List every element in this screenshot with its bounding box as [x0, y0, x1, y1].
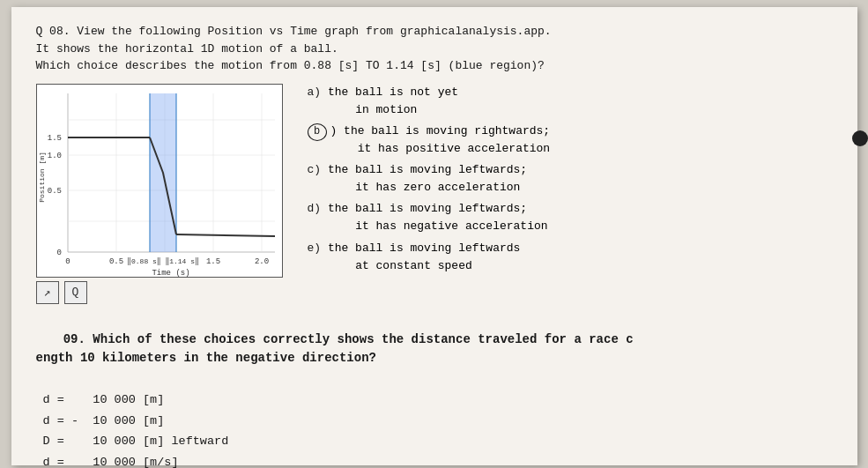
choice-b-label: b	[308, 123, 327, 141]
svg-text:0: 0	[65, 257, 70, 266]
arrow-button[interactable]: ↗	[36, 281, 59, 304]
graph-area: 1.5 1.0 0.5 0 0 0.5 ‖0.88 s‖ ‖1.14 s‖ 1.…	[36, 84, 292, 304]
q09-block: 09. Which of these choices correctly sho…	[36, 313, 833, 469]
choices-area: a) the ball is not yet in motion b ) the…	[308, 84, 833, 279]
q08-block: Q 08. View the following Position vs Tim…	[36, 23, 833, 75]
svg-text:0: 0	[56, 249, 61, 257]
q09-answers: d = 10 000 [m] d = - 10 000 [m] D = 10 0…	[36, 390, 833, 468]
choice-c: c) the ball is moving leftwards; it has …	[308, 161, 833, 197]
page: Q 08. View the following Position vs Tim…	[11, 7, 857, 465]
svg-text:Position [m]: Position [m]	[38, 152, 46, 203]
choice-c-text: the ball is moving leftwards; it has zer…	[328, 161, 527, 197]
svg-text:1.5: 1.5	[47, 134, 61, 143]
choice-e-text: the ball is moving leftwards at constant…	[328, 240, 520, 275]
svg-text:‖0.88 s‖ ‖1.14 s‖: ‖0.88 s‖ ‖1.14 s‖	[127, 257, 199, 265]
choice-b: b ) the ball is moving rightwards; it ha…	[308, 123, 833, 158]
graph-container: 1.5 1.0 0.5 0 0 0.5 ‖0.88 s‖ ‖1.14 s‖ 1.…	[36, 84, 283, 278]
svg-text:0.5: 0.5	[47, 187, 61, 196]
svg-text:Time (s): Time (s)	[152, 269, 189, 278]
choice-e-label: e)	[308, 240, 328, 258]
choice-c-label: c)	[308, 161, 328, 180]
svg-text:0.5: 0.5	[108, 257, 122, 266]
graph-svg: 1.5 1.0 0.5 0 0 0.5 ‖0.88 s‖ ‖1.14 s‖ 1.…	[37, 85, 284, 279]
graph-controls: ↗ Q	[36, 281, 292, 304]
choice-d-text: the ball is moving leftwards; it has neg…	[328, 200, 548, 235]
choice-a-label: a)	[308, 84, 328, 102]
choice-d: d) the ball is moving leftwards; it has …	[308, 200, 833, 235]
choice-a-text: the ball is not yet in motion	[328, 84, 458, 119]
zoom-button[interactable]: Q	[64, 281, 87, 304]
svg-text:2.0: 2.0	[254, 257, 268, 266]
content-row: 1.5 1.0 0.5 0 0 0.5 ‖0.88 s‖ ‖1.14 s‖ 1.…	[36, 84, 833, 304]
choice-a: a) the ball is not yet in motion	[308, 84, 833, 119]
dark-circle-decoration	[852, 130, 868, 146]
svg-text:1.5: 1.5	[205, 257, 219, 266]
q08-text: Q 08. View the following Position vs Tim…	[36, 23, 833, 75]
choice-b-text: ) the ball is moving rightwards; it has …	[330, 123, 551, 158]
svg-text:1.0: 1.0	[47, 152, 61, 160]
q09-title: 09. Which of these choices correctly sho…	[36, 332, 634, 366]
choice-d-label: d)	[308, 200, 328, 219]
choice-e: e) the ball is moving leftwards at const…	[308, 240, 833, 275]
